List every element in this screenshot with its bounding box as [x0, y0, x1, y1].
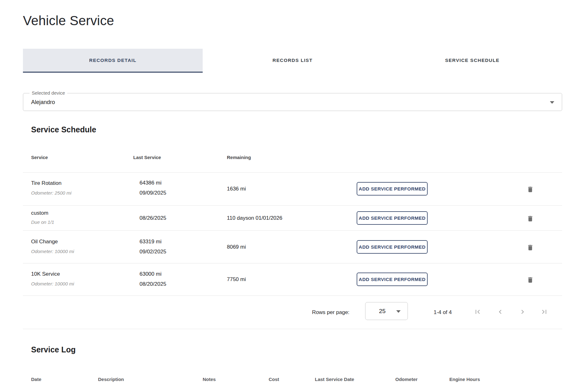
service-schedule-title: Service Schedule [31, 125, 96, 134]
service-log-title: Service Log [31, 345, 76, 354]
service-name: Oil Change [31, 239, 58, 245]
service-detail: Due on 1/1 [31, 219, 54, 225]
last-page-icon [540, 308, 548, 316]
last-service-cell: 08/26/2025 [140, 215, 166, 221]
log-column-header-engine-hours: Engine Hours [449, 377, 480, 382]
rows-per-page-label: Rows per page: [312, 309, 349, 316]
tab-label: RECORDS LIST [272, 58, 312, 63]
tab-records-list[interactable]: RECORDS LIST [203, 49, 382, 73]
log-column-header-description: Description [98, 377, 124, 382]
tab-bar: RECORDS DETAIL RECORDS LIST SERVICE SCHE… [23, 49, 562, 73]
divider [23, 205, 562, 206]
log-column-header-cost: Cost [269, 377, 279, 382]
page-title: Vehicle Service [23, 13, 114, 28]
remaining-cell: 110 dayson 01/01/2026 [227, 215, 282, 221]
log-column-header-odometer: Odometer [395, 377, 418, 382]
remaining-cell: 7750 mi [227, 276, 246, 283]
caret-down-icon [550, 101, 554, 104]
chevron-left-icon [496, 308, 504, 316]
add-service-performed-button[interactable]: ADD SERVICE PERFORMED [357, 273, 428, 286]
trash-icon [527, 276, 534, 284]
last-service-odometer: 64386 mi [140, 178, 166, 188]
divider [23, 230, 562, 231]
log-column-header-last-service-date: Last Service Date [315, 377, 354, 382]
vehicle-service-page: Vehicle Service RECORDS DETAIL RECORDS L… [0, 0, 581, 392]
tab-label: SERVICE SCHEDULE [445, 58, 499, 63]
chevron-right-icon [518, 308, 527, 316]
delete-service-button[interactable] [525, 243, 535, 252]
caret-down-icon [396, 310, 401, 313]
last-service-date: 08/20/2025 [140, 279, 166, 289]
tab-label: RECORDS DETAIL [89, 58, 136, 63]
next-page-button[interactable] [518, 307, 527, 316]
column-header-last-service: Last Service [133, 155, 161, 160]
last-service-cell: 63000 mi 08/20/2025 [140, 269, 166, 289]
add-service-performed-button[interactable]: ADD SERVICE PERFORMED [357, 211, 428, 225]
selected-device-value: Alejandro [31, 99, 55, 105]
selected-device-label: Selected device [30, 90, 67, 96]
selected-device-select[interactable]: Selected device Alejandro [23, 93, 562, 111]
add-service-performed-button[interactable]: ADD SERVICE PERFORMED [357, 240, 428, 254]
tab-records-detail[interactable]: RECORDS DETAIL [23, 49, 203, 73]
last-service-odometer: 63319 mi [140, 237, 166, 247]
tab-service-schedule[interactable]: SERVICE SCHEDULE [382, 49, 562, 73]
service-name: 10K Service [31, 271, 60, 277]
column-header-service: Service [31, 155, 48, 160]
divider [23, 329, 562, 329]
log-column-header-notes: Notes [203, 377, 216, 382]
service-name: custom [31, 210, 48, 216]
delete-service-button[interactable] [525, 214, 535, 223]
last-page-button[interactable] [540, 307, 549, 316]
divider [23, 263, 562, 263]
pagination-range-label: 1-4 of 4 [434, 309, 452, 316]
add-service-performed-button[interactable]: ADD SERVICE PERFORMED [357, 182, 428, 196]
log-column-header-date: Date [31, 377, 41, 382]
trash-icon [527, 186, 534, 193]
remaining-cell: 8069 mi [227, 244, 246, 250]
last-service-date: 09/02/2025 [140, 247, 166, 257]
divider [23, 295, 562, 296]
first-page-icon [474, 308, 482, 316]
last-service-cell: 63319 mi 09/02/2025 [140, 237, 166, 257]
previous-page-button[interactable] [496, 307, 505, 316]
trash-icon [527, 215, 534, 222]
rows-per-page-select[interactable]: 25 [365, 302, 408, 320]
rows-per-page-value: 25 [379, 308, 386, 315]
last-service-date: 09/09/2025 [140, 188, 166, 198]
remaining-cell: 1636 mi [227, 186, 246, 192]
service-detail: Odometer: 10000 mi [31, 281, 74, 286]
delete-service-button[interactable] [525, 185, 535, 194]
service-detail: Odometer: 2500 mi [31, 190, 71, 196]
divider [23, 172, 562, 173]
first-page-button[interactable] [473, 307, 482, 316]
last-service-odometer: 63000 mi [140, 269, 166, 279]
delete-service-button[interactable] [525, 275, 535, 284]
service-name: Tire Rotation [31, 180, 62, 186]
trash-icon [527, 244, 534, 251]
column-header-remaining: Remaining [227, 155, 251, 160]
service-detail: Odometer: 10000 mi [31, 249, 74, 254]
last-service-cell: 64386 mi 09/09/2025 [140, 178, 166, 198]
